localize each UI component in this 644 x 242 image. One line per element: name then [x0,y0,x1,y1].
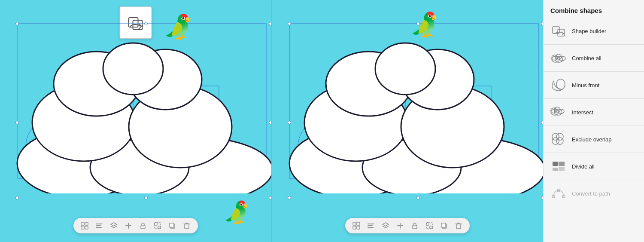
convert-to-path-label: Convert to path [572,190,610,197]
divider-2 [544,71,644,72]
svg-rect-17 [81,226,84,229]
minus-front-label: Minus front [572,82,599,89]
toolbar-r-add-icon[interactable] [396,221,404,230]
combine-all-label: Combine all [572,55,601,61]
toolbar-r-grid-icon[interactable] [352,221,361,230]
svg-rect-58 [426,223,432,229]
svg-rect-16 [85,222,88,225]
intersect-icon [550,104,567,120]
divider-1 [544,44,644,45]
sidebar-item-combine-all[interactable]: Combine all [544,46,644,70]
svg-rect-25 [155,223,157,225]
handle-r-br[interactable] [541,196,544,199]
divider-6 [544,180,644,180]
svg-rect-26 [158,226,161,229]
svg-point-79 [552,138,559,144]
right-canvas-panel[interactable]: 🦜 [272,0,544,242]
handle-bm[interactable] [144,196,148,199]
sidebar-item-convert-to-path[interactable]: Convert to path [544,182,644,205]
right-cloud-svg [285,21,544,193]
combine-all-icon [550,50,567,66]
sidebar-item-intersect[interactable]: Intersect [544,101,644,124]
handle-bl[interactable] [15,196,19,199]
svg-rect-61 [456,224,461,229]
svg-rect-57 [430,226,432,229]
sidebar-title: Combine shapes [544,5,644,19]
svg-rect-49 [357,226,360,229]
left-cloud-svg [13,21,271,193]
divider-5 [544,153,644,153]
toolbar-r-layers-icon[interactable] [381,221,390,230]
exclude-overlap-label: Exclude overlap [572,136,612,143]
toolbar-r-delete-icon[interactable] [454,221,463,230]
divider-3 [544,98,644,99]
svg-rect-30 [185,224,189,229]
toolbar-grid-icon[interactable] [80,221,89,230]
svg-rect-83 [553,168,558,171]
svg-rect-48 [353,226,356,229]
sidebar-item-shape-builder[interactable]: Shape builder [544,19,644,43]
svg-rect-15 [81,222,84,225]
convert-to-path-icon [550,185,567,202]
left-canvas-panel[interactable]: 🦜 🦜 [0,0,271,242]
sidebar-item-minus-front[interactable]: Minus front [544,74,644,97]
svg-rect-84 [559,167,565,171]
svg-point-78 [556,133,563,140]
toolbar-delete-icon[interactable] [182,221,191,230]
divider-4 [544,126,644,126]
svg-rect-81 [553,162,558,166]
toolbar-add-icon[interactable] [124,221,133,230]
toolbar-r-lock-icon[interactable] [410,221,419,230]
canvas-area: 🦜 🦜 [0,0,644,242]
toolbar-r-align-icon[interactable] [367,221,375,230]
svg-rect-60 [441,223,446,227]
toolbar-lock-icon[interactable] [139,221,147,230]
svg-rect-56 [426,223,429,225]
sidebar-item-divide-all[interactable]: Divide all [544,155,644,178]
svg-rect-27 [155,223,161,229]
svg-point-14 [103,43,163,95]
toolbar-align-icon[interactable] [95,221,103,230]
svg-rect-82 [559,162,565,166]
divide-all-icon [550,158,567,175]
toolbar-r-duplicate-icon[interactable] [440,221,448,230]
svg-point-77 [552,133,559,140]
shape-builder-icon [550,23,567,39]
toolbar-r-group-icon[interactable] [425,221,434,230]
toolbar-duplicate-icon[interactable] [168,221,176,230]
shape-builder-label: Shape builder [572,28,606,34]
sidebar-item-exclude-overlap[interactable]: Exclude overlap [544,128,644,151]
exclude-overlap-icon [550,131,567,147]
left-toolbar [73,218,198,233]
handle-r-bl[interactable] [288,196,291,199]
handle-r-bm[interactable] [416,196,420,199]
right-toolbar [345,218,470,233]
divide-all-label: Divide all [572,163,595,170]
toolbar-group-icon[interactable] [153,221,162,230]
svg-point-71 [556,79,565,89]
minus-front-icon [550,77,567,93]
svg-point-80 [556,138,563,144]
hummingbird-bottom-left: 🦜 [223,200,250,225]
svg-point-45 [375,43,435,95]
svg-rect-55 [413,225,417,229]
svg-rect-24 [141,225,145,229]
toolbar-layers-icon[interactable] [109,221,118,230]
svg-rect-46 [353,222,356,225]
intersect-label: Intersect [572,109,593,116]
svg-rect-18 [85,226,88,229]
sidebar: Combine shapes Shape builder [543,0,644,242]
handle-br[interactable] [269,196,271,199]
svg-rect-29 [170,223,174,227]
svg-rect-47 [357,222,360,225]
